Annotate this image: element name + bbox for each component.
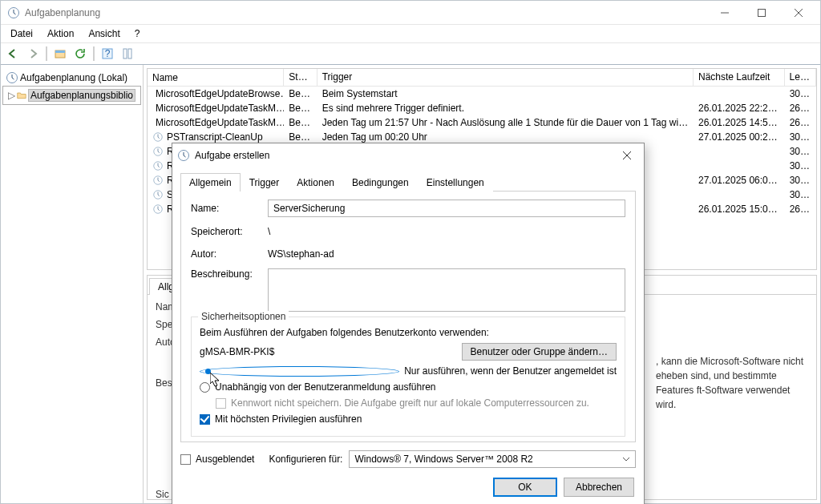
tab-conditions[interactable]: Bedingungen [343,173,418,192]
change-user-button[interactable]: Benutzer oder Gruppe ändern… [462,343,617,361]
ok-button[interactable]: OK [493,478,557,497]
tab-settings[interactable]: Einstellungen [418,173,493,192]
checkbox-icon [180,454,191,465]
svg-text:?: ? [105,48,111,59]
col-trigger[interactable]: Trigger [317,69,694,86]
menu-action[interactable]: Aktion [41,26,80,41]
titlebar: Aufgabenplanung [1,1,820,25]
table-row[interactable]: MicrosoftEdgeUpdateTaskM…BereitJeden Tag… [148,115,816,130]
dialog-title: Aufgabe erstellen [195,150,269,161]
close-button[interactable] [780,2,817,24]
checkbox-icon [200,414,210,425]
security-group: Sicherheitsoptionen Beim Ausführen der A… [191,317,625,437]
window-title: Aufgabenplanung [25,7,706,18]
folder-icon [17,89,26,102]
author-value: WS\stephan-ad [268,246,334,262]
col-last[interactable]: Letzte [785,69,816,86]
clock-icon [6,71,18,84]
name-input[interactable] [268,200,625,217]
location-label: Speicherort: [191,226,268,237]
toolbar: ? [1,42,820,65]
cancel-button[interactable]: Abbrechen [564,478,634,497]
separator [46,46,47,61]
tab-panel-general: Name: Speicherort: \ Autor: WS\stephan-a… [180,191,636,442]
col-next[interactable]: Nächste Laufzeit [694,69,785,86]
svg-rect-6 [123,49,127,58]
chk-highest-priv[interactable]: Mit höchsten Privilegien ausführen [200,413,617,425]
create-task-dialog: Aufgabe erstellen Allgemein Trigger Akti… [172,143,645,504]
clock-icon [152,131,164,143]
maximize-button[interactable] [743,2,780,24]
menu-help[interactable]: ? [128,26,147,41]
svg-rect-7 [128,49,131,58]
forward-button[interactable] [24,45,42,62]
refresh-button[interactable] [71,45,89,62]
clock-icon [177,149,190,162]
chk-hidden[interactable]: Ausgeblendet [180,454,254,465]
description-label: Beschreibung: [191,268,268,312]
clock-icon [152,175,164,186]
security-legend: Sicherheitsoptionen [198,311,289,322]
clock-icon [152,204,164,215]
clock-icon [152,146,164,157]
clock-icon [152,160,164,171]
tree-view[interactable]: Aufgabenplanung (Lokal) ▷ Aufgabenplanun… [1,65,144,503]
expand-icon[interactable]: ▷ [8,90,15,101]
detail-desc-text: , kann die Microsoft-Software nicht eheb… [656,354,808,412]
back-button[interactable] [4,45,22,62]
separator [93,46,95,61]
location-value: \ [268,224,270,240]
configure-for-select[interactable]: Windows® 7, Windows Server™ 2008 R2 [349,450,636,468]
minimize-button[interactable] [706,2,743,24]
svg-rect-1 [758,9,766,16]
dialog-tabs: Allgemein Trigger Aktionen Bedingungen E… [172,167,644,191]
author-label: Autor: [191,248,268,260]
radio-only-logged[interactable]: Nur ausführen, wenn der Benutzer angemel… [200,365,617,377]
dialog-titlebar: Aufgabe erstellen [172,143,644,167]
col-name[interactable]: Name [148,69,284,86]
tool-icon-2[interactable] [119,45,136,62]
menu-file[interactable]: Datei [4,26,39,41]
table-row[interactable]: MicrosoftEdgeUpdateTaskM…BereitEs sind m… [148,101,816,115]
menu-view[interactable]: Ansicht [82,26,126,41]
svg-rect-3 [55,50,65,53]
clock-icon [152,189,164,200]
account-value: gMSA-BMR-PKI$ [200,346,462,357]
radio-icon [200,366,399,377]
configure-for-label: Konfigurieren für: [269,454,342,465]
chk-nostore-password: Kennwort nicht speichern. Die Aufgabe gr… [216,397,617,409]
table-header: Name Status Trigger Nächste Laufzeit Let… [148,69,816,87]
tab-actions[interactable]: Aktionen [288,173,343,192]
tab-general[interactable]: Allgemein [180,173,241,192]
menubar: Datei Aktion Ansicht ? [1,25,820,42]
clock-icon [7,6,20,19]
table-row[interactable]: MicrosoftEdgeUpdateBrowse…BereitBeim Sys… [148,87,816,101]
tree-library[interactable]: ▷ Aufgabenplanungsbiblio [2,86,141,105]
radio-whether-logged[interactable]: Unabhängig von der Benutzeranmeldung aus… [200,381,617,393]
description-input[interactable] [268,268,625,312]
use-account-label: Beim Ausführen der Aufgaben folgendes Be… [200,327,617,338]
help-icon[interactable]: ? [99,45,116,62]
name-label: Name: [191,203,268,214]
tree-root[interactable]: Aufgabenplanung (Lokal) [2,70,141,86]
dialog-bottom-row: Ausgeblendet Konfigurieren für: Windows®… [180,449,636,470]
tab-trigger[interactable]: Trigger [241,173,289,192]
col-status[interactable]: Status [284,69,317,86]
radio-icon [200,382,210,393]
chevron-down-icon [622,455,630,463]
tool-icon-1[interactable] [51,45,69,62]
checkbox-icon [216,398,226,409]
dialog-close-button[interactable] [615,146,639,165]
